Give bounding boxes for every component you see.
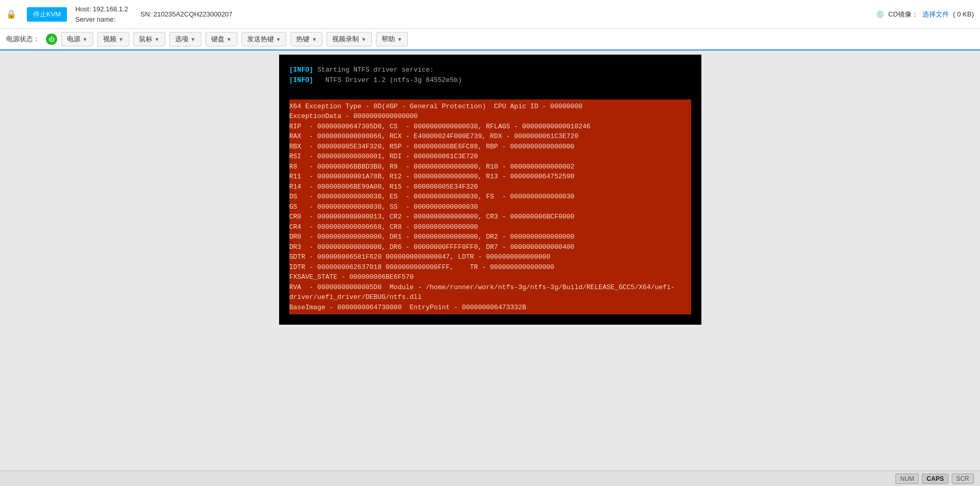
- error-line-12: CR0 - 0000000080000013, CR2 - 0000000000…: [289, 212, 691, 222]
- options-button[interactable]: 选项 ▼: [169, 32, 201, 46]
- error-line-9: R14 - 000000006BE99A00, R15 - 000000005E…: [289, 182, 691, 192]
- video-btn-label: 视频: [103, 35, 116, 44]
- power-btn-label: 电源: [67, 35, 80, 44]
- error-line-17: IDTR - 0000000062637018 0000000000000FFF…: [289, 262, 691, 273]
- mouse-btn-label: 鼠标: [139, 35, 152, 44]
- keyboard-btn-label: 键盘: [211, 35, 225, 44]
- file-size-label: ( 0 KB): [953, 10, 974, 18]
- lock-icon: 🔒: [6, 9, 16, 19]
- error-line-7: R8 - 000000006BBBD3B0, R9 - 000000000000…: [289, 162, 691, 172]
- cd-mirror-label: CD镜像：: [888, 10, 918, 19]
- power-status-label: 电源状态：: [6, 35, 40, 44]
- error-line-14: DR0 - 0000000000000000, DR1 - 0000000000…: [289, 232, 691, 242]
- host-label: Host: 192.168.1.2: [75, 4, 128, 14]
- error-line-4: RAX - 0000000000000066, RCX - E40000024F…: [289, 131, 691, 142]
- stop-kvm-button[interactable]: 停止KVM: [27, 7, 67, 22]
- sn-label: SN: 210235A2CQH223000207: [141, 10, 233, 18]
- error-line-2: ExceptionData - 0000000000000000: [289, 111, 691, 122]
- error-line-18: FXSAVE_STATE - 000000006BE6F570: [289, 272, 691, 282]
- cd-mirror-section: 💿 CD镜像： 选择文件 ( 0 KB): [876, 10, 974, 19]
- error-line-6: RSI - 0000000000000001, RDI - 0000000061…: [289, 152, 691, 162]
- power-on-indicator: ⏻: [46, 33, 57, 45]
- chevron-down-icon: ▼: [118, 37, 124, 42]
- error-line-11: GS - 0000000000000030, SS - 000000000000…: [289, 202, 691, 212]
- help-btn-label: 帮助: [382, 35, 395, 44]
- chevron-down-icon: ▼: [276, 37, 281, 42]
- keyboard-button[interactable]: 键盘 ▼: [205, 32, 237, 46]
- error-line-5: RBX - 000000005E34F320, RSP - 000000006B…: [289, 142, 691, 152]
- toolbar: 电源状态： ⏻ 电源 ▼ 视频 ▼ 鼠标 ▼ 选项 ▼ 键盘 ▼ 发送热键 ▼ …: [0, 29, 980, 51]
- kvm-console[interactable]: [INFO] Starting NTFS driver service: [IN…: [279, 55, 701, 325]
- hotkey-button[interactable]: 热键 ▼: [290, 32, 322, 46]
- power-on-symbol: ⏻: [49, 36, 55, 42]
- error-block: X64 Exception Type - 0D(#GP - General Pr…: [289, 99, 691, 315]
- error-line-19: RVA - 00000000000005D0 Module - /home/ru…: [289, 282, 691, 303]
- send-hotkey-btn-label: 发送热键: [247, 35, 274, 44]
- chevron-down-icon: ▼: [154, 37, 160, 42]
- host-info: Host: 192.168.1.2 Server name:: [75, 4, 128, 24]
- video-record-button[interactable]: 视频录制 ▼: [326, 32, 372, 46]
- hotkey-btn-label: 热键: [296, 35, 310, 44]
- status-bar: NUM CAPS SCR: [0, 471, 980, 486]
- server-name-label: Server name:: [75, 14, 128, 25]
- error-line-10: DS - 0000000000000030, ES - 000000000000…: [289, 192, 691, 202]
- mouse-button[interactable]: 鼠标 ▼: [133, 32, 165, 46]
- video-record-btn-label: 视频录制: [332, 35, 359, 44]
- options-btn-label: 选项: [175, 35, 188, 44]
- video-button[interactable]: 视频 ▼: [97, 32, 129, 46]
- error-line-13: CR4 - 0000000000000668, CR8 - 0000000000…: [289, 222, 691, 232]
- info-line-1: [INFO] Starting NTFS driver service:: [289, 65, 691, 75]
- power-button[interactable]: 电源 ▼: [61, 32, 93, 46]
- chevron-down-icon: ▼: [312, 37, 317, 42]
- error-line-1: X64 Exception Type - 0D(#GP - General Pr…: [289, 102, 691, 112]
- chevron-down-icon: ▼: [227, 37, 232, 42]
- chevron-down-icon: ▼: [82, 37, 88, 42]
- error-line-8: R11 - 000000000001A78B, R12 - 0000000000…: [289, 172, 691, 182]
- info-tag-2: [INFO]: [289, 76, 314, 84]
- scr-indicator: SCR: [952, 474, 974, 484]
- error-line-15: DR3 - 0000000000000000, DR6 - 00000000FF…: [289, 242, 691, 253]
- num-indicator: NUM: [896, 474, 919, 484]
- select-file-button[interactable]: 选择文件: [922, 10, 949, 19]
- info-tag: [INFO]: [289, 66, 314, 74]
- error-line-16: GDTR - 000000006581F620 0000000000000047…: [289, 252, 691, 262]
- cd-icon: 💿: [876, 10, 884, 18]
- chevron-down-icon: ▼: [191, 37, 196, 42]
- caps-indicator: CAPS: [922, 474, 948, 484]
- main-content: [INFO] Starting NTFS driver service: [IN…: [0, 51, 980, 471]
- chevron-down-icon: ▼: [397, 37, 402, 42]
- info-line-2: [INFO] NTFS Driver 1.2 (ntfs-3g 84552e5b…: [289, 75, 691, 86]
- send-hotkey-button[interactable]: 发送热键 ▼: [242, 32, 287, 46]
- error-line-20: BaseImage - 0000000064730000 EntryPoint …: [289, 303, 691, 313]
- error-line-3: RIP - 00000000647305D0, CS - 00000000000…: [289, 122, 691, 132]
- top-bar: 🔒 停止KVM Host: 192.168.1.2 Server name: S…: [0, 0, 980, 29]
- chevron-down-icon: ▼: [361, 37, 366, 42]
- help-button[interactable]: 帮助 ▼: [376, 32, 408, 46]
